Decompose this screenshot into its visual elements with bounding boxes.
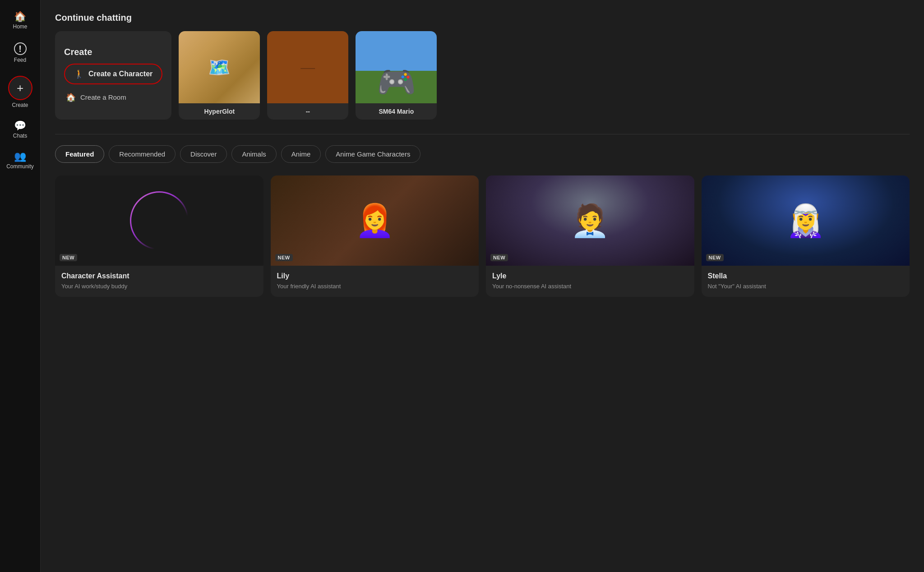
- stella-desc: Not "Your" AI assistant: [708, 282, 904, 291]
- lily-portrait: 👩‍🦰: [271, 175, 479, 266]
- character-card-stella[interactable]: 🧝‍♀️ NEW Stella Not "Your" AI assistant: [702, 175, 910, 297]
- mario-name: SM64 Mario: [356, 103, 437, 120]
- sidebar-item-feed-label: Feed: [14, 57, 26, 63]
- lily-name: Lily: [277, 272, 473, 280]
- character-grid: NEW Character Assistant Your AI work/stu…: [55, 175, 910, 297]
- room-icon: 🏠: [66, 92, 76, 102]
- sidebar-item-chats[interactable]: 💬 Chats: [2, 116, 38, 143]
- lyle-desc: Your no-nonsense AI assistant: [492, 282, 688, 291]
- chat-card-hyperglot[interactable]: 🗺️ HyperGlot: [179, 31, 260, 120]
- chat-card-mario[interactable]: 🎮 SM64 Mario: [356, 31, 437, 120]
- assistant-desc: Your AI work/study buddy: [61, 282, 257, 291]
- filter-tabs: Featured Recommended Discover Animals An…: [55, 145, 910, 163]
- unknown-name: --: [267, 103, 348, 120]
- assistant-info: Character Assistant Your AI work/study b…: [55, 266, 263, 297]
- assistant-name: Character Assistant: [61, 272, 257, 280]
- lyle-new-badge: NEW: [490, 254, 508, 261]
- character-card-lyle[interactable]: 🧑‍💼 NEW Lyle Your no-nonsense AI assista…: [486, 175, 694, 297]
- feed-icon: !: [14, 42, 27, 55]
- create-card: Create 🚶 Create a Character 🏠 Create a R…: [55, 31, 171, 120]
- continue-chatting-title: Continue chatting: [55, 13, 910, 23]
- mario-figure-icon: 🎮: [377, 66, 416, 98]
- sidebar-item-home-label: Home: [13, 23, 27, 30]
- sidebar: 🏠 Home ! Feed + Create 💬 Chats 👥 Communi…: [0, 0, 41, 572]
- stella-info: Stella Not "Your" AI assistant: [702, 266, 910, 297]
- sidebar-item-create[interactable]: + Create: [2, 71, 38, 113]
- stella-new-badge: NEW: [706, 254, 724, 261]
- tab-featured[interactable]: Featured: [55, 145, 104, 163]
- create-heading: Create: [64, 47, 162, 57]
- purple-ring-icon: [130, 191, 189, 250]
- tab-animals[interactable]: Animals: [231, 145, 276, 163]
- unknown-thumbnail: [267, 31, 348, 103]
- create-room-button[interactable]: 🏠 Create a Room: [64, 91, 162, 104]
- chats-icon: 💬: [14, 121, 26, 131]
- chat-card-unknown[interactable]: --: [267, 31, 348, 120]
- stella-portrait: 🧝‍♀️: [702, 175, 910, 266]
- lyle-info: Lyle Your no-nonsense AI assistant: [486, 266, 694, 297]
- create-room-label: Create a Room: [80, 93, 126, 101]
- sidebar-item-create-label: Create: [12, 102, 28, 108]
- sidebar-item-feed[interactable]: ! Feed: [2, 38, 38, 68]
- sidebar-item-chats-label: Chats: [13, 133, 27, 139]
- create-character-button[interactable]: 🚶 Create a Character: [64, 64, 162, 84]
- stella-thumbnail: 🧝‍♀️ NEW: [702, 175, 910, 266]
- character-card-lily[interactable]: 👩‍🦰 NEW Lily Your friendly AI assistant: [271, 175, 479, 297]
- create-character-label: Create a Character: [88, 70, 152, 78]
- hyperglot-thumbnail: 🗺️: [179, 31, 260, 103]
- tab-discover[interactable]: Discover: [180, 145, 227, 163]
- lyle-portrait: 🧑‍💼: [486, 175, 694, 266]
- tab-anime[interactable]: Anime: [281, 145, 321, 163]
- create-circle-icon: +: [8, 76, 32, 100]
- chat-cards-row: Create 🚶 Create a Character 🏠 Create a R…: [55, 31, 910, 120]
- lyle-thumbnail: 🧑‍💼 NEW: [486, 175, 694, 266]
- lily-new-badge: NEW: [275, 254, 293, 261]
- lily-desc: Your friendly AI assistant: [277, 282, 473, 291]
- person-icon: 🚶: [74, 69, 84, 79]
- lily-info: Lily Your friendly AI assistant: [271, 266, 479, 297]
- stella-name: Stella: [708, 272, 904, 280]
- lyle-name: Lyle: [492, 272, 688, 280]
- main-content: Continue chatting Create 🚶 Create a Char…: [41, 0, 924, 572]
- tab-anime-game[interactable]: Anime Game Characters: [325, 145, 420, 163]
- tab-recommended[interactable]: Recommended: [109, 145, 176, 163]
- sidebar-item-community-label: Community: [6, 163, 34, 170]
- home-icon: 🏠: [14, 12, 26, 22]
- lily-thumbnail: 👩‍🦰 NEW: [271, 175, 479, 266]
- sidebar-item-community[interactable]: 👥 Community: [2, 147, 38, 174]
- mario-thumbnail: 🎮: [356, 31, 437, 103]
- assistant-thumbnail: NEW: [55, 175, 263, 266]
- character-card-assistant[interactable]: NEW Character Assistant Your AI work/stu…: [55, 175, 263, 297]
- hyperglot-name: HyperGlot: [179, 103, 260, 120]
- section-divider: [55, 134, 910, 134]
- assistant-new-badge: NEW: [60, 254, 77, 261]
- community-icon: 👥: [14, 152, 26, 161]
- sidebar-item-home[interactable]: 🏠 Home: [2, 7, 38, 34]
